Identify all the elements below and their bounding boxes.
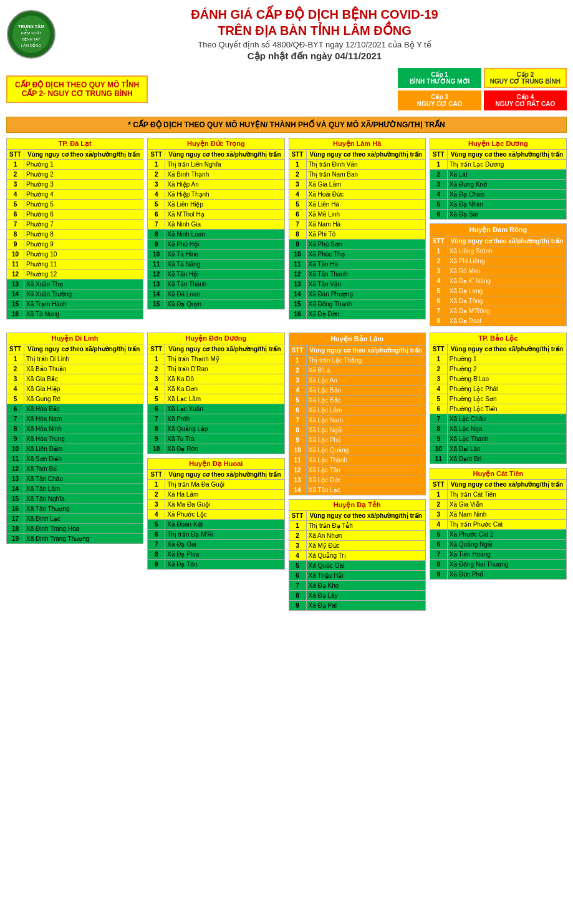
row-name: Xã Phước Lộc [165,510,284,520]
row-stt: 2 [148,490,165,500]
row-stt: 6 [430,210,447,220]
row-name: Phường 9 [24,240,143,250]
table-row: 5 Phường Lộc Sơn [430,394,566,404]
row-name: Phường 11 [24,260,143,270]
table-row: 14 Xã Tân Lâm [7,484,143,494]
row-stt: 8 [148,230,165,240]
row-name: Xã Tân Hà [306,260,425,270]
row-stt: 5 [430,530,447,540]
row-stt: 4 [148,190,165,200]
row-stt: 6 [148,530,165,540]
row-stt: 7 [289,416,306,426]
da-huoai-header: Huyện Đạ Huoai [148,459,284,470]
row-stt: 1 [7,354,24,364]
row-name: Xã Lộc Thành [306,455,425,465]
row-name: Xã Bảo Thuận [24,364,143,374]
row-stt: 8 [289,591,306,601]
row-stt: 19 [7,534,24,544]
col4-right: Huyện Lạc Dương STT Vùng nguy cơ theo xã… [430,138,567,326]
table-row: 5 Phường 5 [7,200,143,210]
row-stt: 2 [289,531,306,541]
row-name: Xã Quảng Lập [165,424,284,434]
row-stt: 4 [289,190,306,200]
table-row: 5 Xã Lộc Bắc [289,396,425,406]
table-row: 1 Phường 1 [430,354,566,364]
row-name: Xã Đạ Long [447,286,566,296]
row-stt: 9 [148,560,165,570]
table-row: 2 Xã Phi Liêng [430,256,566,266]
row-name: Xã Hà Lâm [165,490,284,500]
table-row: 3 Xã Hiệp An [148,180,284,190]
table-row: 1 Thị trấn Đinh Văn [289,160,425,170]
row-name: Xã Đưng Knớ [447,180,566,190]
level-legend: Cấp 1 BÌNH THƯỜNG MỚI Cấp 2 NGUY CƠ TRUN… [398,68,567,110]
cap3-desc: NGUY CƠ CAO [404,100,474,107]
cap2-desc: NGUY CƠ TRUNG BÌNH [490,78,561,85]
table-row: 5 Xã Liên Hiệp [148,200,284,210]
row-stt: 1 [430,246,447,256]
table-row: 11 Xã Lộc Thành [289,455,425,465]
row-name: Thị trấn Lộc Thắng [306,356,425,366]
table-row: 7 Xã Đạ M'Rông [430,306,566,316]
row-name: Thị trấn Liên Nghĩa [165,160,284,170]
row-name: Xã Tà Nung [24,309,143,319]
table-row: 13 Xã Tân Châu [7,474,143,484]
row-stt: 3 [430,510,447,520]
row-name: Xã Lộc Nga [447,424,566,434]
table-row: 5 Xã Phước Cát 2 [430,530,566,540]
row-stt: 14 [289,485,306,495]
row-stt: 12 [289,465,306,475]
table-row: 10 Xã Phúc Thọ [289,250,425,260]
row-name: Xã Phi Liêng [447,256,566,266]
table-row: 4 Thị trấn Phước Cát [430,520,566,530]
legend-cap1: Cấp 1 BÌNH THƯỜNG MỚI [398,68,481,88]
row-name: Phường 10 [24,250,143,260]
row-stt: 7 [289,581,306,591]
row-name: Xã Hòa Nam [24,414,143,424]
row-name: Phường 8 [24,230,143,240]
table-row: 12 Xã Lộc Tân [289,465,425,475]
cap1-label: Cấp 1 [404,71,474,78]
table-row: 7 Phường 7 [7,220,143,230]
table-row: 2 Xã Gia Viễn [430,500,566,510]
table-row: 8 Phường 8 [7,230,143,240]
table-row: 18 Xã Đinh Trang Hòa [7,524,143,534]
row-name: Xã Phú Sơn [306,240,425,250]
row-name: Xã Lộc Thanh [447,434,566,444]
table-row: 8 Xã Ninh Loan [148,230,284,240]
table-row: 2 Phường 2 [7,170,143,180]
table-row: 8 Xã Đạ Lây [289,591,425,601]
row-stt: 2 [148,170,165,180]
row-name: Xã Đạ K' Nàng [447,276,566,286]
row-name: Xã Gia Viễn [447,500,566,510]
row-stt: 16 [289,309,306,319]
row-stt: 4 [7,190,24,200]
row-stt: 11 [7,260,24,270]
row-stt: 12 [7,464,24,474]
table-row: 1 Phường 1 [7,160,143,170]
row-name: Xã Ninh Gia [165,220,284,230]
table-row: 9 Xã Tu Tra [148,434,284,444]
row-name: Xã Tân Thượng [24,504,143,514]
table-row: 8 Xã Hòa Ninh [7,424,143,434]
row-name: Xã Tiên Hoàng [447,550,566,560]
table-row: 8 Xã Đạ Rsal [430,316,566,326]
update-date: Cập nhật đến ngày 04/11/2021 [62,51,567,62]
table-row: 1 Thị trấn Lộc Thắng [289,356,425,366]
row-name: Xã Gia Lâm [306,180,425,190]
row-stt: 6 [7,210,24,220]
row-stt: 4 [430,384,447,394]
table-row: 6 Phường Lộc Tiến [430,404,566,414]
subtitle: Theo Quyết định số 4800/QĐ-BYT ngày 12/1… [62,40,567,49]
row-name: Xã Quảng Trị [306,551,425,561]
row-stt: 15 [7,299,24,309]
table-row: 2 Thị trấn D'Ran [148,364,284,374]
row-name: Xã Đinh Trang Thượng [24,534,143,544]
row-stt: 1 [430,354,447,364]
cat-tien-header: Huyện Cát Tiên [430,469,566,480]
table-row: 14 Xã Đan Phượng [289,289,425,299]
row-stt: 5 [430,286,447,296]
bao-loc-header: TP. Bảo Lộc [430,333,566,344]
row-stt: 12 [148,270,165,280]
row-stt: 3 [148,500,165,510]
